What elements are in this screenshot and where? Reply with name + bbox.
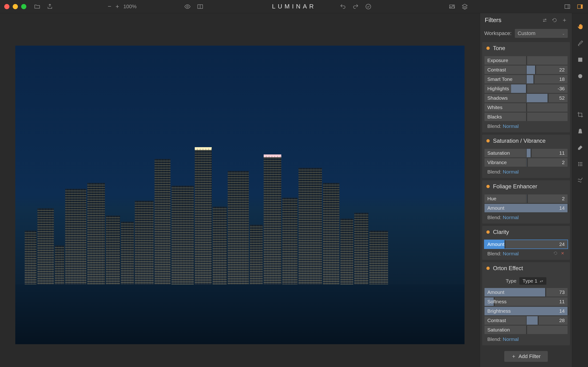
slider-thumb[interactable] [526, 56, 527, 65]
canvas-area[interactable] [0, 13, 480, 367]
slider-brightness[interactable]: Brightness14 [485, 307, 568, 315]
denoise-tool-icon[interactable] [576, 160, 584, 168]
add-filter-button[interactable]: Add Filter [504, 351, 547, 362]
panel-layout-icon[interactable] [563, 3, 571, 10]
transform-tool-icon[interactable] [576, 176, 584, 185]
compare-icon[interactable] [196, 3, 204, 10]
svg-point-16 [578, 164, 579, 165]
histogram-icon[interactable] [448, 3, 456, 10]
filter-body: ExposureContrast22Smart Tone18Highlights… [482, 54, 570, 132]
zoom-in-button[interactable]: + [116, 3, 119, 10]
crop-tool-icon[interactable] [576, 110, 584, 119]
slider-thumb[interactable] [568, 307, 569, 315]
remove-filter-icon[interactable] [561, 251, 565, 257]
slider-thumb[interactable] [527, 158, 528, 167]
slider-softness[interactable]: Softness11 [485, 297, 568, 306]
blend-mode-value[interactable]: Normal [503, 124, 519, 129]
zoom-out-button[interactable]: − [108, 3, 111, 10]
fullscreen-window-button[interactable] [21, 4, 26, 9]
filter-header[interactable]: Clarity [482, 226, 570, 238]
brush-tool-icon[interactable] [576, 39, 584, 48]
open-folder-icon[interactable] [34, 3, 41, 10]
slider-amount[interactable]: Amount24 [485, 240, 568, 249]
blend-mode-value[interactable]: Normal [503, 169, 519, 175]
blend-mode-value[interactable]: Normal [503, 251, 519, 257]
svg-point-19 [578, 165, 579, 166]
filter-enabled-dot[interactable] [486, 185, 490, 188]
slider-thumb[interactable] [526, 103, 527, 112]
slider-thumb[interactable] [531, 149, 531, 157]
filter-header[interactable]: Orton Effect [482, 262, 570, 274]
undo-icon[interactable] [339, 3, 347, 10]
slider-contrast[interactable]: Contrast22 [485, 66, 568, 74]
blend-row: Blend:Normal [485, 168, 568, 176]
slider-highlights[interactable]: Highlights-36 [485, 84, 568, 93]
slider-thumb[interactable] [545, 288, 546, 296]
photo-preview [15, 46, 464, 344]
slider-smart-tone[interactable]: Smart Tone18 [485, 75, 568, 83]
filter-header[interactable]: Foliage Enhancer [482, 180, 570, 192]
filter-enabled-dot[interactable] [486, 47, 490, 50]
slider-contrast[interactable]: Contrast28 [485, 316, 568, 325]
slider-shadows[interactable]: Shadows52 [485, 94, 568, 102]
redo-icon[interactable] [352, 3, 359, 10]
erase-tool-icon[interactable] [576, 143, 584, 152]
add-filter-icon[interactable] [562, 17, 567, 23]
gradient-tool-icon[interactable] [576, 56, 584, 64]
slider-thumb[interactable] [526, 113, 527, 121]
svg-point-20 [580, 165, 580, 166]
slider-thumb[interactable] [533, 75, 534, 83]
slider-blacks[interactable]: Blacks [485, 113, 568, 121]
slider-value: 2 [562, 196, 565, 201]
zoom-level[interactable]: 100% [123, 4, 136, 10]
workspace-label: Workspace: [484, 30, 512, 36]
filter-header[interactable]: Saturation / Vibrance [482, 135, 570, 147]
slider-saturation[interactable]: Saturation11 [485, 149, 568, 157]
svg-point-21 [581, 165, 582, 166]
reset-filter-icon[interactable] [554, 251, 558, 257]
filter-header[interactable]: Tone [482, 42, 570, 54]
filter-enabled-dot[interactable] [486, 230, 490, 234]
workspace-dropdown[interactable]: Custom ⌄ [515, 29, 568, 38]
checkmark-icon[interactable] [365, 3, 372, 10]
chevron-down-icon: ⌄ [562, 31, 565, 36]
slider-whites[interactable]: Whites [485, 103, 568, 112]
slider-amount[interactable]: Amount73 [485, 288, 568, 296]
slider-thumb[interactable] [568, 204, 569, 212]
filter-settings-icon[interactable] [542, 17, 547, 23]
panel-title: Filters [485, 17, 501, 24]
slider-value: 18 [559, 76, 565, 82]
blend-mode-value[interactable]: Normal [503, 336, 519, 342]
slider-amount[interactable]: Amount14 [485, 204, 568, 212]
slider-thumb[interactable] [547, 94, 548, 102]
side-panel-toggle-icon[interactable] [576, 3, 584, 10]
close-window-button[interactable] [4, 4, 9, 9]
slider-thumb[interactable] [527, 194, 528, 203]
slider-thumb[interactable] [526, 326, 527, 334]
preview-icon[interactable] [184, 3, 191, 10]
slider-exposure[interactable]: Exposure [485, 56, 568, 65]
share-icon[interactable] [46, 3, 54, 10]
slider-thumb[interactable] [504, 240, 505, 249]
type-dropdown[interactable]: Type 1▴▾ [519, 277, 546, 285]
reset-filters-icon[interactable] [552, 17, 557, 23]
slider-thumb[interactable] [538, 316, 539, 325]
slider-thumb[interactable] [535, 66, 536, 74]
clone-tool-icon[interactable] [576, 127, 584, 135]
slider-value: 28 [559, 318, 565, 323]
slider-vibrance[interactable]: Vibrance2 [485, 158, 568, 167]
hand-tool-icon[interactable] [576, 23, 584, 31]
filter-enabled-dot[interactable] [486, 139, 490, 142]
blend-row: Blend:Normal [485, 250, 568, 258]
minimize-window-button[interactable] [13, 4, 18, 9]
filter-enabled-dot[interactable] [486, 267, 490, 270]
blend-label: Blend: [487, 251, 501, 257]
slider-thumb[interactable] [526, 84, 527, 93]
slider-hue[interactable]: Hue2 [485, 194, 568, 203]
filter-body: Hue2Amount14Blend:Normal [482, 192, 570, 224]
slider-saturation[interactable]: Saturation [485, 326, 568, 334]
layers-icon[interactable] [461, 3, 469, 10]
blend-mode-value[interactable]: Normal [503, 215, 519, 220]
slider-value: 73 [559, 289, 565, 295]
radial-tool-icon[interactable] [576, 72, 584, 80]
